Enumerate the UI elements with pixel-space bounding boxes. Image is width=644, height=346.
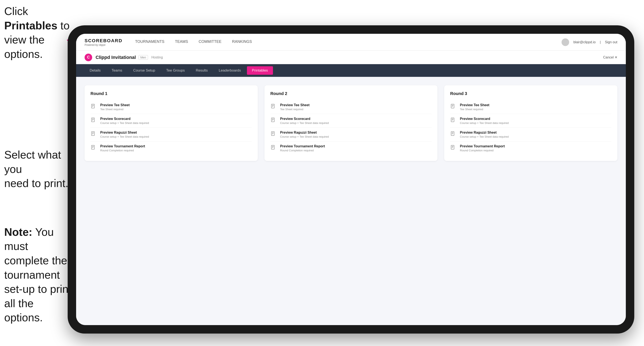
nav-links: TOURNAMENTS TEAMS COMMITTEE RANKINGS (135, 39, 562, 45)
round-1-tee-sheet[interactable]: Preview Tee Sheet Tee Sheet required (90, 100, 252, 114)
round-1-column: Round 1 Preview Tee Sheet Tee Sheet requ… (84, 85, 258, 161)
tab-teams[interactable]: Teams (106, 66, 127, 75)
round-1-scorecard-subtitle: Course setup + Tee Sheet data required (100, 121, 149, 125)
tab-printables[interactable]: Printables (247, 66, 273, 75)
round-1-scorecard[interactable]: Preview Scorecard Course setup + Tee She… (90, 114, 252, 128)
logo-title: SCOREBOARD (84, 38, 122, 43)
tab-tee-groups[interactable]: Tee Groups (161, 66, 190, 75)
round-2-tee-sheet[interactable]: Preview Tee Sheet Tee Sheet required (270, 100, 432, 114)
round-3-raguzzi-title: Preview Raguzzi Sheet (460, 131, 509, 135)
round-2-tournament-report[interactable]: Preview Tournament Report Round Completi… (270, 142, 432, 155)
svg-rect-16 (92, 145, 94, 149)
round-1-title: Round 1 (90, 91, 252, 96)
round-1-scorecard-title: Preview Scorecard (100, 117, 149, 121)
svg-rect-28 (271, 132, 274, 136)
printables-bold: Printables (4, 19, 57, 32)
round-1-tee-sheet-subtitle: Tee Sheet required (100, 108, 130, 111)
logo-sub: Powered by clippd (84, 43, 122, 46)
round-3-tournament-report-info: Preview Tournament Report Round Completi… (460, 144, 505, 152)
round-2-tournament-report-subtitle: Round Completion required (280, 149, 325, 152)
instruction-top-text: Click Printables toview the options. (4, 5, 70, 60)
nav-link-tournaments[interactable]: TOURNAMENTS (135, 39, 164, 45)
round-3-tee-sheet-subtitle: Tee Sheet required (460, 108, 489, 111)
nav-right: blair@clippd.io | Sign out (562, 38, 617, 46)
round-2-scorecard-title: Preview Scorecard (280, 117, 329, 121)
round-2-raguzzi[interactable]: Preview Raguzzi Sheet Course setup + Tee… (270, 128, 432, 142)
svg-rect-4 (92, 104, 94, 108)
tournament-badge: Men (138, 55, 148, 60)
round-2-tournament-report-icon (270, 145, 277, 152)
nav-avatar (562, 38, 569, 46)
round-3-tournament-report-subtitle: Round Completion required (460, 149, 505, 152)
round-3-title: Round 3 (450, 91, 612, 96)
scorecard-icon (90, 117, 97, 124)
tab-details[interactable]: Details (84, 66, 106, 75)
tab-leaderboards[interactable]: Leaderboards (214, 66, 246, 75)
content-area: Round 1 Preview Tee Sheet Tee Sheet requ… (76, 77, 626, 325)
round-1-raguzzi-info: Preview Raguzzi Sheet Course setup + Tee… (100, 131, 149, 138)
round-3-tournament-report-icon (450, 145, 457, 152)
round-2-column: Round 2 Preview Tee Sheet Tee Sheet requ… (264, 85, 438, 161)
tournament-bar: C Clippd Invitational Men Hosting Cancel… (76, 51, 626, 64)
nav-link-teams[interactable]: TEAMS (175, 39, 188, 45)
round-2-raguzzi-icon (270, 131, 277, 138)
round-3-tee-sheet-icon (450, 104, 457, 110)
svg-rect-32 (271, 145, 274, 149)
tab-results[interactable]: Results (191, 66, 213, 75)
svg-rect-12 (92, 132, 94, 136)
round-2-tee-sheet-subtitle: Tee Sheet required (280, 108, 310, 111)
round-3-tee-sheet-title: Preview Tee Sheet (460, 103, 489, 107)
round-2-tee-sheet-icon (270, 104, 277, 110)
tournament-hosting: Hosting (152, 55, 163, 59)
svg-rect-40 (451, 118, 454, 122)
round-1-tournament-report-info: Preview Tournament Report Round Completi… (100, 144, 145, 152)
round-3-raguzzi[interactable]: Preview Raguzzi Sheet Course setup + Tee… (450, 128, 612, 142)
instruction-middle-text: Select what you (4, 149, 61, 175)
round-3-raguzzi-subtitle: Course setup + Tee Sheet data required (460, 135, 509, 138)
round-3-scorecard[interactable]: Preview Scorecard Course setup + Tee She… (450, 114, 612, 128)
rounds-grid: Round 1 Preview Tee Sheet Tee Sheet requ… (84, 85, 617, 161)
tablet-frame: SCOREBOARD Powered by clippd TOURNAMENTS… (68, 25, 634, 334)
round-2-title: Round 2 (270, 91, 432, 96)
raguzzi-icon (90, 131, 97, 138)
svg-rect-44 (451, 132, 454, 136)
round-2-scorecard-info: Preview Scorecard Course setup + Tee She… (280, 117, 329, 125)
round-1-raguzzi[interactable]: Preview Raguzzi Sheet Course setup + Tee… (90, 128, 252, 142)
round-2-tee-sheet-title: Preview Tee Sheet (280, 103, 310, 107)
round-2-scorecard-subtitle: Course setup + Tee Sheet data required (280, 121, 329, 125)
nav-link-committee[interactable]: COMMITTEE (199, 39, 222, 45)
tab-course-setup[interactable]: Course Setup (128, 66, 160, 75)
round-2-scorecard[interactable]: Preview Scorecard Course setup + Tee She… (270, 114, 432, 128)
round-1-raguzzi-title: Preview Raguzzi Sheet (100, 131, 149, 135)
nav-logo: SCOREBOARD Powered by clippd (84, 38, 122, 46)
round-1-tournament-report[interactable]: Preview Tournament Report Round Completi… (90, 142, 252, 155)
round-3-scorecard-info: Preview Scorecard Course setup + Tee She… (460, 117, 509, 125)
round-2-scorecard-icon (270, 117, 277, 124)
instruction-top: Click Printables toview the options. (4, 4, 74, 61)
round-2-raguzzi-info: Preview Raguzzi Sheet Course setup + Tee… (280, 131, 329, 138)
sign-out-link[interactable]: Sign out (605, 40, 617, 44)
round-3-tee-sheet[interactable]: Preview Tee Sheet Tee Sheet required (450, 100, 612, 114)
tournament-report-icon (90, 145, 97, 152)
user-email: blair@clippd.io (574, 40, 596, 44)
tournament-cancel-button[interactable]: Cancel ✕ (603, 55, 617, 59)
round-1-raguzzi-subtitle: Course setup + Tee Sheet data required (100, 135, 149, 138)
nav-link-rankings[interactable]: RANKINGS (232, 39, 252, 45)
svg-rect-20 (271, 104, 274, 108)
tee-sheet-icon (90, 104, 97, 110)
svg-rect-36 (451, 104, 454, 108)
instruction-bottom: Note: You must complete the tournament s… (4, 225, 74, 325)
note-bold: Note: (4, 226, 32, 238)
round-2-tournament-report-title: Preview Tournament Report (280, 144, 325, 148)
round-3-raguzzi-info: Preview Raguzzi Sheet Course setup + Tee… (460, 131, 509, 138)
round-3-scorecard-title: Preview Scorecard (460, 117, 509, 121)
round-2-tee-sheet-info: Preview Tee Sheet Tee Sheet required (280, 103, 310, 111)
round-2-raguzzi-title: Preview Raguzzi Sheet (280, 131, 329, 135)
svg-rect-8 (92, 118, 94, 122)
svg-rect-24 (271, 118, 274, 122)
round-3-tournament-report[interactable]: Preview Tournament Report Round Completi… (450, 142, 612, 155)
round-3-raguzzi-icon (450, 131, 457, 138)
round-2-tournament-report-info: Preview Tournament Report Round Completi… (280, 144, 325, 152)
tournament-logo: C (84, 54, 92, 61)
instruction-middle-text2: need to print. (4, 177, 68, 189)
